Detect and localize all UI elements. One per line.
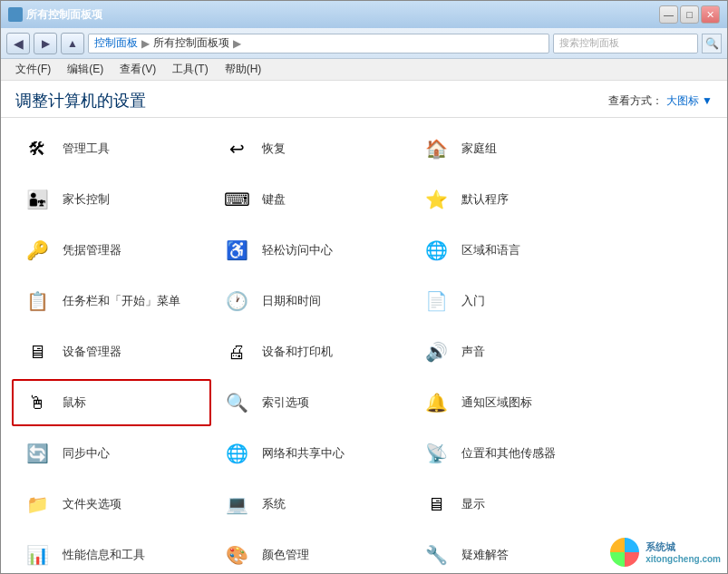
item-label-sync: 同步中心	[63, 446, 110, 462]
grid-item-network[interactable]: 🌐网络和共享中心	[211, 430, 411, 477]
breadcrumb-root: 控制面板	[94, 35, 138, 51]
sound-icon: 🔊	[420, 336, 452, 368]
main-content: 调整计算机的设置 查看方式： 大图标 ▼ 🛠管理工具↩恢复🏠家庭组👨‍👧家长控制…	[1, 81, 727, 573]
item-label-mouse: 鼠标	[63, 395, 86, 411]
back-button[interactable]: ◀	[6, 33, 30, 54]
system-icon: 💻	[220, 488, 253, 520]
grid-row: 📁文件夹选项💻系统🖥显示	[12, 481, 716, 528]
item-label-devmgr: 设备管理器	[63, 345, 121, 360]
item-label-default: 默认程序	[461, 192, 509, 208]
title-bar: 所有控制面板项 — □ ✕	[1, 1, 727, 28]
forward-button[interactable]: ▶	[34, 33, 57, 54]
breadcrumb-current: 所有控制面板项	[153, 35, 229, 51]
grid-item-restore[interactable]: ↩恢复	[211, 125, 411, 172]
admin-icon: 🛠	[21, 132, 53, 165]
menu-tools[interactable]: 工具(T)	[165, 60, 215, 79]
region-icon: 🌐	[420, 234, 452, 267]
menu-file[interactable]: 文件(F)	[8, 60, 58, 79]
content-header: 调整计算机的设置 查看方式： 大图标 ▼	[1, 81, 727, 118]
keyboard-icon: ⌨	[220, 183, 253, 216]
grid-item-location[interactable]: 📡位置和其他传感器	[411, 430, 610, 477]
grid-item-default[interactable]: ⭐默认程序	[411, 176, 610, 223]
title-controls: — □ ✕	[659, 5, 720, 24]
view-mode-selector: 查看方式： 大图标 ▼	[608, 93, 713, 109]
network-icon: 🌐	[220, 437, 253, 470]
grid-row: 👨‍👧家长控制⌨键盘⭐默认程序	[12, 176, 716, 223]
grid-row: 🖥设备管理器🖨设备和打印机🔊声音	[12, 328, 716, 375]
grid-item-printer[interactable]: 🖨设备和打印机	[211, 328, 411, 375]
item-label-notify: 通知区域图标	[461, 395, 532, 411]
grid-row: 🖱鼠标🔍索引选项🔔通知区域图标	[12, 379, 716, 426]
grid-item-display[interactable]: 🖥显示	[411, 481, 610, 528]
item-label-sound: 声音	[461, 345, 485, 360]
mouse-icon: 🖱	[21, 386, 53, 419]
grid-item-system[interactable]: 💻系统	[211, 481, 411, 528]
search-button[interactable]: 🔍	[702, 34, 722, 54]
menu-view[interactable]: 查看(V)	[112, 60, 163, 79]
grid-item-parental[interactable]: 👨‍👧家长控制	[12, 176, 211, 223]
grid-item-trouble[interactable]: 🔧疑难解答	[411, 531, 610, 573]
devmgr-icon: 🖥	[21, 336, 53, 368]
up-button[interactable]: ▲	[61, 33, 84, 54]
printer-icon: 🖨	[220, 336, 253, 368]
view-mode-link[interactable]: 大图标 ▼	[666, 93, 713, 109]
grid-item-mouse[interactable]: 🖱鼠标	[12, 379, 211, 426]
item-label-display: 显示	[461, 497, 485, 512]
grid-item-datetime[interactable]: 🕐日期和时间	[211, 277, 411, 325]
grid-row: 🔄同步中心🌐网络和共享中心📡位置和其他传感器	[12, 430, 716, 477]
item-label-trouble: 疑难解答	[461, 548, 509, 563]
grid-item-notify[interactable]: 🔔通知区域图标	[411, 379, 610, 426]
item-label-admin: 管理工具	[63, 141, 110, 157]
location-icon: 📡	[420, 437, 452, 470]
search-box[interactable]: 搜索控制面板	[553, 34, 698, 54]
grid-item-sync[interactable]: 🔄同步中心	[12, 430, 211, 477]
grid-item-homegroup[interactable]: 🏠家庭组	[411, 125, 610, 172]
grid-item-keyboard[interactable]: ⌨键盘	[211, 176, 411, 223]
close-button[interactable]: ✕	[701, 5, 720, 24]
grid-item-taskbar[interactable]: 📋任务栏和「开始」菜单	[12, 277, 211, 325]
title-bar-left: 所有控制面板项	[8, 7, 102, 23]
grid-item-folder[interactable]: 📁文件夹选项	[12, 481, 211, 528]
menu-help[interactable]: 帮助(H)	[218, 60, 269, 79]
taskbar-icon: 📋	[21, 285, 53, 317]
watermark-text: 系统城 xitongcheng.com	[645, 540, 721, 564]
grid-item-getstarted[interactable]: 📄入门	[411, 277, 610, 325]
grid-item-region[interactable]: 🌐区域和语言	[411, 227, 610, 274]
menu-edit[interactable]: 编辑(E)	[60, 60, 111, 79]
folder-icon: 📁	[21, 488, 53, 520]
view-mode-label: 查看方式：	[608, 93, 663, 109]
watermark-site: xitongcheng.com	[645, 554, 721, 564]
item-label-taskbar: 任务栏和「开始」菜单	[63, 294, 180, 309]
breadcrumb[interactable]: 控制面板 ▶ 所有控制面板项 ▶	[88, 34, 549, 54]
getstarted-icon: 📄	[420, 285, 452, 317]
grid-item-sound[interactable]: 🔊声音	[411, 328, 610, 375]
grid-item-credential[interactable]: 🔑凭据管理器	[12, 227, 211, 274]
grid-item-index[interactable]: 🔍索引选项	[211, 379, 411, 426]
grid-item-admin[interactable]: 🛠管理工具	[12, 125, 211, 172]
default-icon: ⭐	[420, 183, 452, 216]
window-title: 所有控制面板项	[26, 7, 102, 23]
item-label-folder: 文件夹选项	[63, 497, 121, 512]
watermark: 系统城 xitongcheng.com	[608, 536, 721, 569]
grid-item-access[interactable]: ♿轻松访问中心	[211, 227, 411, 274]
maximize-button[interactable]: □	[680, 5, 699, 24]
menu-bar: 文件(F) 编辑(E) 查看(V) 工具(T) 帮助(H)	[1, 59, 727, 81]
main-window: 所有控制面板项 — □ ✕ ◀ ▶ ▲ 控制面板 ▶ 所有控制面板项 ▶ 搜索控…	[0, 0, 728, 574]
item-label-system: 系统	[262, 497, 286, 512]
grid-item-color[interactable]: 🎨颜色管理	[211, 531, 411, 573]
item-label-credential: 凭据管理器	[63, 243, 121, 258]
grid-item-perf[interactable]: 📊性能信息和工具	[12, 531, 211, 573]
item-label-homegroup: 家庭组	[461, 141, 497, 157]
page-title: 调整计算机的设置	[15, 90, 146, 112]
item-label-keyboard: 键盘	[262, 192, 286, 208]
minimize-button[interactable]: —	[659, 5, 678, 24]
index-icon: 🔍	[220, 386, 253, 419]
item-label-printer: 设备和打印机	[262, 345, 333, 360]
item-label-network: 网络和共享中心	[262, 446, 345, 462]
grid-row: 📋任务栏和「开始」菜单🕐日期和时间📄入门	[12, 277, 716, 325]
item-label-perf: 性能信息和工具	[63, 548, 145, 563]
window-icon	[8, 7, 23, 22]
grid-row: 🔑凭据管理器♿轻松访问中心🌐区域和语言	[12, 227, 716, 274]
grid-item-devmgr[interactable]: 🖥设备管理器	[12, 328, 211, 375]
items-grid: 🛠管理工具↩恢复🏠家庭组👨‍👧家长控制⌨键盘⭐默认程序🔑凭据管理器♿轻松访问中心…	[1, 118, 727, 573]
